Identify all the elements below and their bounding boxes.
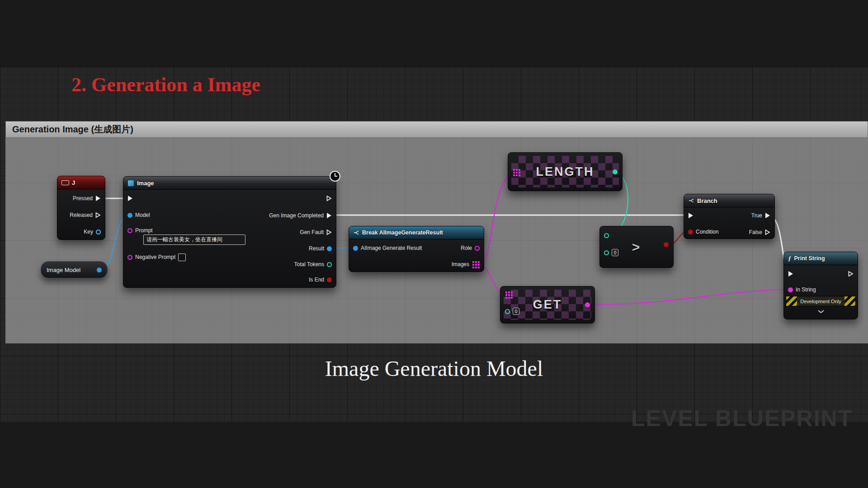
pin-label: Gen Fault (300, 229, 324, 235)
object-pin[interactable] (327, 246, 332, 251)
string-pin[interactable] (475, 246, 480, 251)
pin-row-released[interactable]: Released (70, 210, 101, 220)
pin-row-true[interactable]: True (751, 211, 770, 221)
pin-row-false[interactable]: False (749, 227, 770, 237)
break-struct-icon (353, 230, 359, 235)
variable-label: Image Model (47, 267, 80, 273)
exec-pin-hollow[interactable] (765, 229, 770, 235)
pin-row-images[interactable]: Images (452, 259, 480, 269)
element-out-pin[interactable] (585, 302, 590, 307)
pin-row-model[interactable]: Model (127, 210, 150, 220)
pin-label: True (751, 212, 762, 219)
image-node-icon (127, 180, 134, 187)
node-image[interactable]: Image Model Gen Image Completed Prompt G… (123, 176, 336, 288)
latent-clock-icon (330, 171, 340, 182)
hazard-stripe-left (786, 296, 797, 306)
exec-pin-hollow[interactable] (95, 212, 101, 218)
branch-node-title: Branch (697, 197, 717, 204)
pin-label: Pressed (73, 195, 93, 202)
exec-pin-hollow[interactable] (848, 271, 854, 277)
keyboard-icon (61, 180, 69, 185)
exec-pin-filled[interactable] (765, 212, 770, 219)
pin-label: Is End (309, 277, 324, 283)
key-struct-pin[interactable] (96, 230, 101, 235)
int-pin-b[interactable] (604, 250, 609, 255)
bool-out-pin[interactable] (664, 242, 669, 247)
node-image-model-variable[interactable]: Image Model (41, 261, 108, 278)
branch-node-header[interactable]: Branch (684, 194, 774, 207)
pin-label: Result (309, 245, 324, 252)
wire-get-to-instring[interactable] (588, 289, 788, 305)
string-pin[interactable] (788, 287, 793, 292)
greater-b-input[interactable]: 0 (612, 249, 618, 256)
pin-row-key[interactable]: Key (84, 227, 101, 237)
pin-row-result[interactable]: Result (309, 244, 332, 253)
pin-row-role[interactable]: Role (461, 243, 480, 253)
pin-row-condition[interactable]: Condition (688, 227, 719, 237)
string-pin[interactable] (127, 255, 132, 260)
exec-pin-filled[interactable] (95, 195, 101, 202)
array-pin[interactable] (505, 291, 513, 299)
break-node-title: Break AIImageGenerateResult (362, 230, 443, 236)
pin-label: False (749, 229, 762, 235)
pin-label: Gen Image Completed (269, 212, 324, 219)
exec-pin-filled[interactable] (127, 195, 133, 202)
pin-label: Key (84, 229, 93, 235)
exec-pin-filled[interactable] (688, 212, 693, 219)
int-pin[interactable] (505, 309, 510, 314)
get-index-input[interactable]: 0 (513, 308, 519, 315)
exec-pin-filled[interactable] (326, 212, 332, 219)
int-pin-a[interactable] (604, 233, 609, 238)
caption-text: Image Generation Model (325, 356, 543, 381)
int-pin[interactable] (613, 169, 618, 174)
pin-row-pressed[interactable]: Pressed (73, 193, 101, 203)
int-pin[interactable] (327, 262, 332, 267)
pin-row-in-string[interactable]: In String (788, 285, 816, 295)
pin-row-gen-image-completed[interactable]: Gen Image Completed (269, 211, 332, 221)
image-node-header[interactable]: Image (123, 177, 336, 190)
bool-pin[interactable] (688, 230, 693, 235)
development-only-banner: Development Only (786, 296, 856, 306)
exec-in-row[interactable] (688, 211, 693, 221)
array-pin[interactable] (513, 169, 520, 176)
node-array-get[interactable]: GET 0 (500, 286, 595, 324)
pin-row-is-end[interactable]: Is End (309, 275, 332, 285)
node-print-string[interactable]: ƒ Print String In String Development Onl… (783, 252, 858, 319)
exec-pin-hollow[interactable] (326, 195, 332, 202)
bool-pin[interactable] (327, 277, 332, 282)
pin-row-negative-prompt[interactable]: Negative Prompt (127, 252, 186, 262)
get-node-title: GET (500, 286, 594, 323)
pin-row-greater-b[interactable]: 0 (604, 248, 618, 258)
array-pin[interactable] (472, 261, 480, 268)
pin-row-total-tokens[interactable]: Total Tokens (294, 259, 332, 269)
development-only-label: Development Only (797, 296, 844, 306)
node-array-length[interactable]: LENGTH (508, 152, 623, 191)
object-pin[interactable] (353, 246, 358, 251)
pin-row-get-index[interactable]: 0 (505, 306, 519, 316)
exec-out-row[interactable] (848, 269, 854, 279)
print-string-header[interactable]: ƒ Print String (784, 252, 858, 265)
break-node-header[interactable]: Break AIImageGenerateResult (349, 226, 484, 239)
node-greater-than[interactable]: > 0 (599, 226, 674, 268)
object-pin[interactable] (127, 213, 132, 218)
exec-pin-filled[interactable] (788, 271, 793, 277)
negative-prompt-input[interactable] (178, 253, 186, 261)
exec-in-row[interactable] (788, 269, 793, 279)
pin-row-gen-fault[interactable]: Gen Fault (300, 227, 332, 237)
string-pin[interactable] (127, 228, 132, 233)
object-pin[interactable] (97, 267, 102, 272)
exec-out-row[interactable] (326, 193, 332, 203)
node-break-aiimagegenerateresult[interactable]: Break AIImageGenerateResult AIImage Gene… (349, 226, 484, 272)
pin-label: Total Tokens (294, 261, 325, 267)
pin-row-prompt[interactable]: Prompt (127, 225, 153, 235)
keyboard-node-header[interactable]: J (57, 176, 105, 189)
prompt-input[interactable]: 请画一幅古装美女，坐在直播间 (143, 235, 245, 245)
exec-in-row[interactable] (127, 193, 133, 203)
chevron-down-icon[interactable] (817, 310, 825, 314)
pin-row-break-input[interactable]: AIImage Generate Result (353, 243, 422, 253)
branch-icon (688, 198, 694, 203)
node-keyboard-event-j[interactable]: J Pressed Released Key (57, 176, 105, 240)
keyboard-node-title: J (72, 179, 75, 186)
node-branch[interactable]: Branch Condition True False (684, 194, 775, 239)
exec-pin-hollow[interactable] (326, 229, 332, 235)
